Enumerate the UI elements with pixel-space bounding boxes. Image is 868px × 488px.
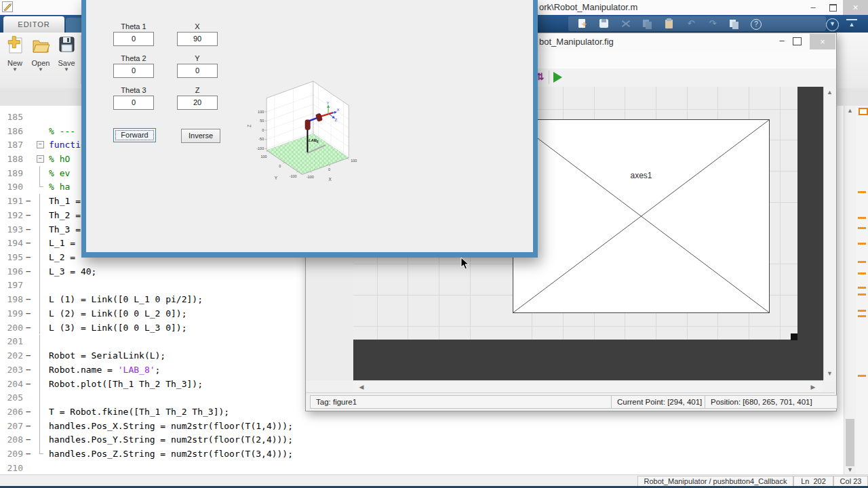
message-summary-icon[interactable] — [859, 108, 868, 115]
breakpoint-dash[interactable]: − — [23, 407, 34, 417]
code-fold-marker[interactable] — [34, 138, 46, 152]
breakpoint-dash[interactable]: − — [23, 421, 34, 431]
code-fold-marker[interactable] — [34, 152, 46, 166]
new-script-icon[interactable]: + — [574, 18, 591, 30]
toolstrip-collapse-icon[interactable]: ▲ — [846, 19, 857, 30]
breakpoint-dash[interactable]: − — [23, 449, 34, 459]
guide-horizontal-scrollbar[interactable]: ◀ ▶ — [353, 380, 823, 393]
line-number: 189 — [0, 168, 23, 178]
paste-icon[interactable] — [660, 18, 678, 30]
guide-scroll-up-icon[interactable]: ▲ — [824, 89, 835, 96]
code-line[interactable]: 207−handles.Pos_X.String = num2str(floor… — [0, 419, 844, 433]
minimize-button[interactable]: – — [804, 0, 823, 15]
field-input-z[interactable]: 20 — [177, 96, 218, 110]
code-fold-marker — [34, 194, 46, 208]
breakpoint-dash[interactable]: − — [23, 365, 34, 375]
field-input-theta-3[interactable]: 0 — [113, 96, 154, 110]
inverse-button[interactable]: Inverse — [181, 129, 220, 143]
new-button[interactable]: New ▼ — [3, 35, 27, 85]
x-tick-100: 100 — [351, 159, 357, 163]
line-number: 206 — [0, 407, 23, 417]
undo-icon[interactable]: ↶ — [682, 18, 700, 30]
y-tick-0: 0 — [279, 164, 281, 168]
field-input-y[interactable]: 0 — [177, 64, 218, 78]
open-caret-icon[interactable]: ▼ — [28, 67, 53, 73]
breakpoint-dash[interactable]: − — [23, 238, 34, 248]
redo-icon[interactable]: ↷ — [704, 18, 722, 30]
guide-scroll-down-icon[interactable]: ▼ — [824, 370, 835, 377]
warning-mark-icon[interactable] — [858, 375, 866, 377]
figure-resize-handle[interactable] — [791, 333, 797, 340]
breakpoint-dash[interactable]: − — [23, 323, 34, 333]
code-fold-marker — [34, 208, 46, 222]
close-button[interactable]: × — [843, 0, 868, 15]
quick-access-dropdown-icon[interactable]: ▼ — [826, 18, 839, 31]
cut-icon[interactable] — [617, 18, 635, 30]
save-button[interactable]: Save ▼ — [54, 35, 79, 85]
breakpoint-dash[interactable]: − — [23, 210, 34, 220]
scroll-up-icon[interactable]: ▲ — [844, 107, 856, 114]
status-function-context: Robot_Manipulator / pushbutton4_Callback — [637, 476, 793, 487]
editor-scrollbar-thumb[interactable] — [846, 419, 854, 466]
warning-mark-icon[interactable] — [858, 243, 866, 245]
breakpoint-dash[interactable]: − — [23, 196, 34, 206]
warning-mark-icon[interactable] — [858, 310, 866, 312]
warning-mark-icon[interactable] — [858, 217, 866, 219]
code-fold-marker — [34, 279, 46, 293]
code-text: T = Robot.fkine([Th_1 Th_2 Th_3]); — [49, 407, 229, 417]
warning-mark-icon[interactable] — [858, 227, 866, 229]
breakpoint-dash[interactable]: − — [23, 434, 34, 445]
restore-button[interactable] — [824, 0, 842, 15]
open-button[interactable]: Open ▼ — [28, 35, 53, 85]
warning-mark-icon[interactable] — [858, 191, 866, 193]
warning-mark-icon[interactable] — [858, 272, 866, 274]
breakpoint-dash[interactable]: − — [23, 252, 34, 262]
editor-vertical-scrollbar[interactable]: ▲ ▼ — [844, 106, 856, 475]
field-input-theta-2[interactable]: 0 — [113, 64, 154, 78]
guide-vertical-scrollbar[interactable]: ▲ ▼ — [823, 87, 836, 380]
tab-partial[interactable] — [66, 18, 81, 33]
quick-access-toolbar: +↶↷? — [568, 16, 826, 31]
tab-editor[interactable]: EDITOR — [3, 16, 64, 33]
code-text: Robot = SerialLink(L); — [49, 350, 165, 361]
breakpoint-dash[interactable]: − — [23, 379, 34, 389]
window-layout-icon[interactable] — [726, 18, 743, 30]
guide-close-button[interactable]: × — [810, 34, 835, 49]
breakpoint-dash[interactable]: − — [23, 224, 34, 235]
frame-y-label: Y — [327, 101, 330, 105]
message-indicator-bar[interactable] — [856, 106, 868, 475]
save-caret-icon[interactable]: ▼ — [54, 67, 79, 73]
toolbar-separator — [549, 70, 549, 84]
copy-icon[interactable] — [639, 18, 656, 30]
guide-scroll-right-icon[interactable]: ▶ — [809, 384, 817, 390]
scroll-down-icon[interactable]: ▼ — [844, 466, 856, 473]
code-fold-marker — [34, 110, 46, 124]
warning-mark-icon[interactable] — [858, 315, 866, 317]
run-figure-icon[interactable] — [553, 72, 562, 83]
breakpoint-dash[interactable]: − — [23, 308, 34, 319]
guide-axes1-object[interactable]: axes1 — [513, 119, 770, 313]
breakpoint-dash[interactable]: − — [23, 266, 34, 277]
warning-mark-icon[interactable] — [858, 261, 866, 263]
field-input-x[interactable]: 90 — [177, 32, 218, 46]
guide-scroll-left-icon[interactable]: ◀ — [357, 384, 366, 390]
new-caret-icon[interactable]: ▼ — [3, 67, 27, 73]
save-icon[interactable] — [595, 18, 613, 30]
code-line[interactable]: 210 — [0, 461, 844, 475]
help-icon[interactable]: ? — [747, 18, 765, 30]
line-number: 203 — [0, 365, 23, 375]
line-number: 193 — [0, 224, 23, 235]
warning-mark-icon[interactable] — [858, 287, 866, 289]
field-label-z: Z — [172, 86, 222, 94]
field-input-theta-1[interactable]: 0 — [113, 32, 154, 46]
guide-minimize-button[interactable]: – — [774, 33, 790, 49]
breakpoint-dash[interactable]: − — [23, 294, 34, 304]
code-fold-marker — [34, 321, 46, 335]
warning-mark-icon[interactable] — [858, 293, 866, 296]
code-line[interactable]: 208−handles.Pos_Y.String = num2str(floor… — [0, 433, 844, 447]
guide-maximize-button[interactable] — [793, 37, 802, 45]
code-line[interactable]: 209−handles.Pos_Z.String = num2str(floor… — [0, 447, 844, 461]
breakpoint-dash[interactable]: − — [23, 350, 34, 361]
forward-button[interactable]: Forward — [113, 128, 156, 142]
code-fold-marker — [34, 335, 46, 349]
